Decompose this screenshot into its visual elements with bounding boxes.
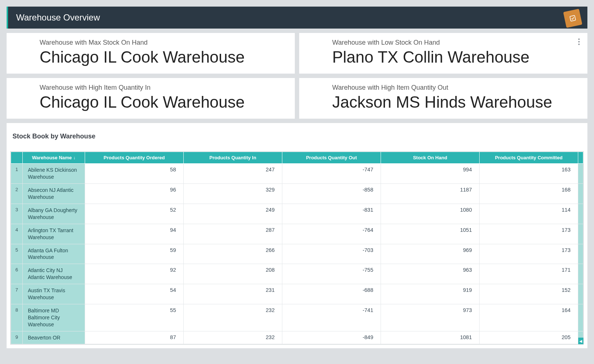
col-spacer — [578, 152, 583, 164]
table-row[interactable]: 8Baltimore MD Baltimore City Warehouse55… — [11, 304, 583, 331]
kpi-low-stock[interactable]: Warehouse with Low Stock On Hand Plano T… — [299, 33, 587, 74]
cell-out: -831 — [282, 204, 381, 224]
col-stock-on-hand[interactable]: Stock On Hand — [381, 152, 480, 164]
col-products-committed[interactable]: Products Quantity Committed — [480, 152, 578, 164]
row-number: 2 — [11, 184, 23, 204]
cell-spacer — [578, 244, 583, 264]
table-row[interactable]: 4Arlington TX Tarrant Warehouse94287-764… — [11, 224, 583, 244]
cell-in: 329 — [184, 184, 282, 204]
dashboard-header: Warehouse Overview — [7, 7, 587, 29]
row-number: 7 — [11, 284, 23, 304]
stock-table: Warehouse Name↓ Products Quantity Ordere… — [11, 152, 583, 344]
page-title: Warehouse Overview — [16, 12, 100, 23]
table-row[interactable]: 5Atlanta GA Fulton Warehouse59266-703969… — [11, 244, 583, 264]
kpi-high-in[interactable]: Warehouse with High Item Quantity In Chi… — [7, 78, 295, 119]
row-number: 3 — [11, 204, 23, 224]
table-row[interactable]: 7Austin TX Travis Warehouse54231-6889191… — [11, 284, 583, 304]
table-body: 1Abilene KS Dickinson Warehouse58247-747… — [11, 164, 583, 344]
row-number: 4 — [11, 224, 23, 244]
cell-spacer — [578, 304, 583, 331]
cell-ordered: 92 — [85, 264, 184, 284]
cell-committed: 164 — [480, 304, 578, 331]
kpi-value: Plano TX Collin Warehouse — [332, 49, 579, 66]
cell-ordered: 87 — [85, 331, 184, 344]
kpi-high-out[interactable]: Warehouse with High Item Quantity Out Ja… — [299, 78, 587, 119]
cell-committed: 173 — [480, 224, 578, 244]
kpi-label: Warehouse with High Item Quantity Out — [332, 84, 579, 92]
row-number: 8 — [11, 304, 23, 331]
kpi-label: Warehouse with Max Stock On Hand — [40, 39, 286, 47]
cell-committed: 114 — [480, 204, 578, 224]
cell-out: -741 — [282, 304, 381, 331]
cell-out: -849 — [282, 331, 381, 344]
cell-ordered: 96 — [85, 184, 184, 204]
cell-stock: 963 — [381, 264, 480, 284]
cell-in: 232 — [184, 304, 282, 331]
cell-committed: 205 — [480, 331, 578, 344]
col-products-out[interactable]: Products Quantity Out — [282, 152, 381, 164]
row-number: 6 — [11, 264, 23, 284]
cell-stock: 919 — [381, 284, 480, 304]
cell-committed: 173 — [480, 244, 578, 264]
card-menu-icon[interactable] — [576, 37, 582, 46]
cell-stock: 1081 — [381, 331, 480, 344]
col-rownum[interactable] — [11, 152, 23, 164]
header-stamp-icon — [563, 9, 582, 28]
cell-in: 247 — [184, 164, 282, 184]
cell-in: 287 — [184, 224, 282, 244]
warehouse-name-cell[interactable]: Baltimore MD Baltimore City Warehouse — [23, 304, 85, 331]
cell-committed: 171 — [480, 264, 578, 284]
cell-out: -747 — [282, 164, 381, 184]
cell-in: 249 — [184, 204, 282, 224]
kpi-max-stock[interactable]: Warehouse with Max Stock On Hand Chicago… — [7, 33, 295, 74]
cell-stock: 1051 — [381, 224, 480, 244]
kpi-label: Warehouse with Low Stock On Hand — [332, 39, 579, 47]
warehouse-name-cell[interactable]: Albany GA Dougherty Warehouse — [23, 204, 85, 224]
cell-in: 208 — [184, 264, 282, 284]
horizontal-scroll-handle[interactable]: ◀ — [578, 338, 583, 344]
dashboard-root: Warehouse Overview Warehouse with Max St… — [7, 7, 587, 357]
col-products-ordered[interactable]: Products Quantity Ordered — [85, 152, 184, 164]
cell-spacer — [578, 284, 583, 304]
cell-stock: 1080 — [381, 204, 480, 224]
table-row[interactable]: 9Beaverton OR87232-8491081205 — [11, 331, 583, 344]
cell-ordered: 59 — [85, 244, 184, 264]
kpi-label: Warehouse with High Item Quantity In — [40, 84, 286, 92]
cell-ordered: 54 — [85, 284, 184, 304]
table-title: Stock Book by Warehouse — [12, 133, 584, 140]
col-products-in[interactable]: Products Quantity In — [184, 152, 282, 164]
sort-down-icon: ↓ — [73, 155, 76, 160]
warehouse-name-cell[interactable]: Absecon NJ Atlantic Warehouse — [23, 184, 85, 204]
cell-out: -688 — [282, 284, 381, 304]
warehouse-name-cell[interactable]: Austin TX Travis Warehouse — [23, 284, 85, 304]
cell-in: 232 — [184, 331, 282, 344]
cell-in: 231 — [184, 284, 282, 304]
cell-spacer — [578, 164, 583, 184]
warehouse-name-cell[interactable]: Abilene KS Dickinson Warehouse — [23, 164, 85, 184]
cell-spacer — [578, 224, 583, 244]
table-row[interactable]: 1Abilene KS Dickinson Warehouse58247-747… — [11, 164, 583, 184]
cell-committed: 163 — [480, 164, 578, 184]
row-number: 1 — [11, 164, 23, 184]
warehouse-name-cell[interactable]: Arlington TX Tarrant Warehouse — [23, 224, 85, 244]
warehouse-name-cell[interactable]: Beaverton OR — [23, 331, 85, 344]
svg-rect-0 — [570, 15, 576, 21]
table-wrap: Warehouse Name↓ Products Quantity Ordere… — [10, 151, 584, 345]
kpi-value: Jackson MS Hinds Warehouse — [332, 94, 579, 111]
warehouse-name-cell[interactable]: Atlanta GA Fulton Warehouse — [23, 244, 85, 264]
cell-ordered: 94 — [85, 224, 184, 244]
cell-out: -755 — [282, 264, 381, 284]
cell-spacer — [578, 264, 583, 284]
cell-ordered: 52 — [85, 204, 184, 224]
row-number: 9 — [11, 331, 23, 344]
col-warehouse-name[interactable]: Warehouse Name↓ — [23, 152, 85, 164]
cell-stock: 973 — [381, 304, 480, 331]
cell-stock: 969 — [381, 244, 480, 264]
table-row[interactable]: 6Atlantic City NJ Atlantic Warehouse9220… — [11, 264, 583, 284]
kpi-row-1: Warehouse with Max Stock On Hand Chicago… — [7, 33, 587, 74]
warehouse-name-cell[interactable]: Atlantic City NJ Atlantic Warehouse — [23, 264, 85, 284]
cell-out: -858 — [282, 184, 381, 204]
cell-committed: 152 — [480, 284, 578, 304]
table-row[interactable]: 3Albany GA Dougherty Warehouse52249-8311… — [11, 204, 583, 224]
table-row[interactable]: 2Absecon NJ Atlantic Warehouse96329-8581… — [11, 184, 583, 204]
